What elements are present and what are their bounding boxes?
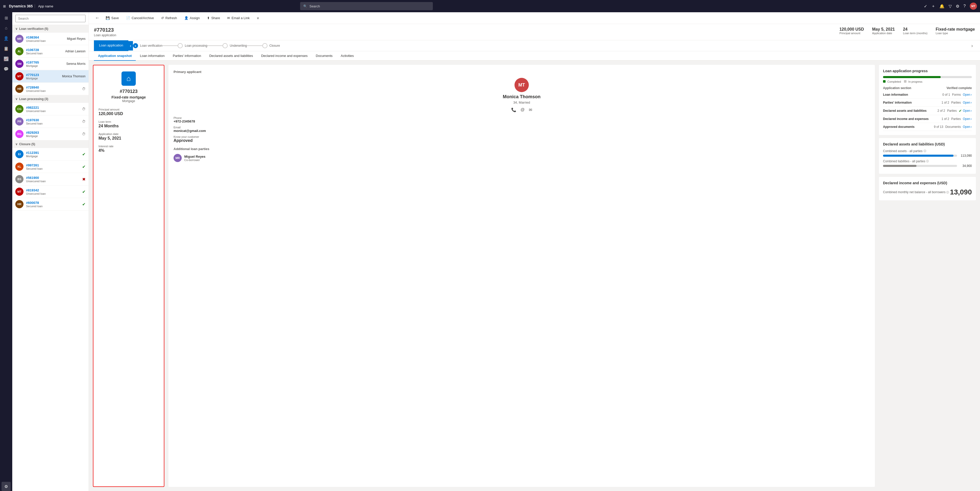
gear-icon[interactable]: ⚙ <box>956 4 959 9</box>
step-loan-application[interactable]: Loan application <box>94 40 128 51</box>
bell-icon[interactable]: 🔔 <box>939 4 945 9</box>
avatar: KL <box>15 162 24 171</box>
cancel-archive-button[interactable]: 📄 Cancel/Archive <box>123 14 157 21</box>
list-item[interactable]: HR #728940 Unsecured loan ⏱ <box>12 83 89 95</box>
sidebar-item-chat[interactable]: 💬 <box>2 64 11 73</box>
sidebar-item-grid[interactable]: ⊞ <box>2 13 11 22</box>
section-row-assets: Declared assets and liabilities 2 of 2 P… <box>883 106 972 115</box>
applicant-name: Monica Thomson <box>173 94 870 100</box>
open-link[interactable]: Open › <box>963 93 972 97</box>
save-button[interactable]: 💾 Save <box>103 14 122 21</box>
progress-legend: Completed In progress <box>883 80 972 83</box>
open-link[interactable]: Open › <box>963 101 972 104</box>
email-link-button[interactable]: ✉ Email a Link <box>224 14 253 21</box>
phone-value: +972-2345678 <box>173 119 870 123</box>
avatar: CG <box>15 105 24 113</box>
info-icon: ⓘ <box>926 159 929 163</box>
loan-type: Secured loan <box>26 52 63 55</box>
list-panel: ∨ Loan verification (5) MR #198364 Unsec… <box>12 12 89 491</box>
progress-bar-fill <box>883 76 941 78</box>
loan-type: Unsecured loan <box>26 89 80 92</box>
search-placeholder: Search <box>309 4 320 8</box>
list-item[interactable]: RG #829263 Mortgage ⏱ <box>12 128 89 140</box>
list-item[interactable]: MT #819342 Unsecured loan ✔ <box>12 186 89 198</box>
list-search-input[interactable] <box>15 15 86 22</box>
list-item[interactable]: CG #982221 Unsecured loan ⏱ <box>12 103 89 115</box>
assets-card-title: Declared assets and liabilities (USD) <box>883 142 972 146</box>
section-type: Forms <box>952 93 961 97</box>
sidebar-item-chart[interactable]: 📈 <box>2 54 11 63</box>
phone-label: Phone <box>173 116 870 119</box>
loan-type: Unsecured loan <box>26 110 80 113</box>
section-count: 9 of 13 <box>934 125 943 129</box>
record-subtitle: Loan application <box>94 33 116 37</box>
list-item[interactable]: AL #106728 Secured loan Adrian Lawson <box>12 45 89 58</box>
list-item[interactable]: HR #600078 Secured loan ✔ <box>12 198 89 211</box>
co-borrower-name: Miguel Reyes <box>184 155 205 159</box>
tab-declared-assets[interactable]: Declared assets and liabilities <box>205 51 257 61</box>
email-icon[interactable]: @ <box>520 107 525 112</box>
plus-icon[interactable]: ＋ <box>931 3 935 9</box>
chevron-right-icon[interactable]: › <box>969 43 975 48</box>
more-button[interactable]: ∨ <box>254 14 262 21</box>
tab-documents[interactable]: Documents <box>312 51 337 61</box>
mail-icon[interactable]: ✉ <box>529 107 532 112</box>
filter-icon[interactable]: ▽ <box>948 4 952 9</box>
loan-term-value: 24 <box>903 27 928 32</box>
sidebar-item-person[interactable]: 👤 <box>2 34 11 43</box>
help-icon[interactable]: ? <box>963 4 966 8</box>
open-link[interactable]: Open › <box>963 125 972 129</box>
share-button[interactable]: ⬆ Share <box>204 14 223 21</box>
step-connector <box>162 45 178 46</box>
chevron-collapse-icon[interactable]: ‹ <box>128 41 133 51</box>
refresh-button[interactable]: ↺ Refresh <box>158 14 180 21</box>
app-layout: ⊞ ⌂ 👤 📋 📈 💬 ⚙ ∨ Loan verification (5) MR… <box>0 12 980 491</box>
group-closure[interactable]: ∨ Closure (5) <box>12 140 89 148</box>
tab-declared-income[interactable]: Declared income and expenses <box>257 51 312 61</box>
list-item[interactable]: SM #197765 Mortgage Serena Morris <box>12 58 89 70</box>
email-value: monicat@gmail.com <box>173 129 870 133</box>
assign-button[interactable]: 👤 Assign <box>181 14 203 21</box>
tab-application-snapshot[interactable]: Application snapshot <box>94 51 136 61</box>
tab-loan-information[interactable]: Loan information <box>136 51 169 61</box>
tab-parties-information[interactable]: Parties' information <box>169 51 205 61</box>
loan-type: Secured loan <box>26 122 80 125</box>
interest-rate-value: 4% <box>99 148 159 153</box>
list-item[interactable]: EI #112391 Mortgage ✔ <box>12 148 89 160</box>
list-item[interactable]: BS #561900 Unsecured loan ✖ <box>12 173 89 186</box>
global-search[interactable]: 🔍 Search <box>300 2 433 10</box>
step-circle-processing <box>178 43 183 48</box>
tab-activities[interactable]: Activities <box>337 51 358 61</box>
section-type: Documents <box>945 125 961 129</box>
waffle-icon[interactable]: ⊞ <box>3 4 6 8</box>
check-circle-icon[interactable]: ✓ <box>924 4 927 9</box>
loan-number: #197630 <box>26 118 80 122</box>
open-link[interactable]: Open › <box>963 109 972 113</box>
section-name: Parties' information <box>883 101 942 104</box>
sidebar-item-clipboard[interactable]: 📋 <box>2 44 11 53</box>
group-label: Loan processing (3) <box>19 97 48 101</box>
assign-icon: 👤 <box>184 16 188 20</box>
sidebar-item-settings[interactable]: ⚙ <box>2 482 11 491</box>
open-link[interactable]: Open › <box>963 117 972 121</box>
group-loan-verification[interactable]: ∨ Loan verification (5) <box>12 25 89 33</box>
list-item[interactable]: MR #198364 Unsecured loan Miguel Reyes <box>12 33 89 45</box>
group-loan-processing[interactable]: ∨ Loan processing (3) <box>12 95 89 103</box>
verified-check-icon: ✔ <box>959 109 962 113</box>
list-item[interactable]: PR #197630 Secured loan ⏱ <box>12 115 89 128</box>
applicant-name-label: Monica Thomson <box>62 75 86 78</box>
phone-icon[interactable]: 📞 <box>511 107 516 112</box>
avatar: RG <box>15 130 24 138</box>
group-label: Closure (5) <box>19 142 35 146</box>
user-avatar[interactable]: MT <box>970 3 977 10</box>
combined-assets-row: Combined assets - all parties ⓘ 113,090 <box>883 149 972 157</box>
section-row-loan-info: Loan information 0 of 1 Forms Open › <box>883 91 972 99</box>
check-red-icon: ✖ <box>82 177 86 182</box>
sidebar-item-home[interactable]: ⌂ <box>2 24 11 33</box>
progress-card: Loan application progress Completed <box>879 65 976 135</box>
list-item-selected[interactable]: MT #770123 Mortgage Monica Thomson <box>12 70 89 83</box>
section-type: Parties <box>947 109 956 113</box>
section-col-header: Application section <box>883 86 912 90</box>
list-item[interactable]: KL #997261 Secured loan ✔ <box>12 160 89 173</box>
back-button[interactable]: ← <box>93 14 102 22</box>
